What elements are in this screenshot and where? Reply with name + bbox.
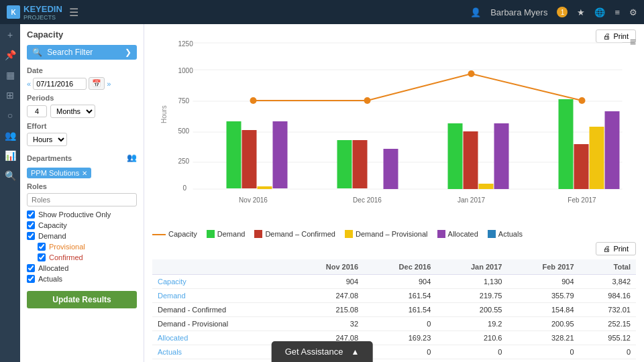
periods-value-input[interactable] xyxy=(27,105,47,117)
circle-icon[interactable]: ○ xyxy=(7,110,13,121)
table-cell-value: 169.23 xyxy=(364,331,436,345)
date-prev-arrow[interactable]: « xyxy=(27,80,31,88)
allocated-checkbox[interactable] xyxy=(27,264,35,272)
filter-icon[interactable]: ⊞ xyxy=(6,90,14,101)
assistance-label: Get Assistance xyxy=(285,347,343,357)
table-header-row: Nov 2016 Dec 2016 Jan 2017 Feb 2017 Tota… xyxy=(152,259,636,275)
svg-text:K: K xyxy=(11,9,16,16)
table-cell-value: 200.95 xyxy=(507,317,579,331)
date-input[interactable] xyxy=(33,78,87,90)
show-productive-checkbox[interactable] xyxy=(27,210,35,219)
star-icon[interactable]: ★ xyxy=(577,7,585,17)
col-header-jan: Jan 2017 xyxy=(436,259,507,275)
svg-rect-24 xyxy=(464,131,478,189)
table-cell-value: 200.55 xyxy=(436,303,507,317)
table-cell-value: 732.01 xyxy=(580,303,636,317)
actuals-checkbox[interactable] xyxy=(27,275,35,283)
globe-icon[interactable]: 🌐 xyxy=(594,7,605,17)
demand-checkbox[interactable] xyxy=(27,232,35,240)
table-cell-label[interactable]: Capacity xyxy=(152,275,290,289)
table-cell-value: 219.75 xyxy=(436,289,507,303)
update-results-button[interactable]: Update Results xyxy=(27,291,137,308)
print-icon-2: 🖨 xyxy=(603,245,610,253)
app-name: KEYEDIN xyxy=(23,4,62,14)
svg-rect-29 xyxy=(590,127,604,189)
svg-rect-17 xyxy=(258,186,272,189)
grid-icon[interactable]: ▦ xyxy=(6,70,15,80)
table-cell-value: 0 xyxy=(364,317,436,331)
table-cell-value: 210.6 xyxy=(436,331,507,345)
legend-demand-provisional-label: Demand – Provisional xyxy=(356,230,428,238)
demand-label: Demand xyxy=(38,232,66,240)
legend-actuals-box xyxy=(488,230,496,238)
table-cell-value: 161.54 xyxy=(364,303,436,317)
capacity-label: Capacity xyxy=(38,221,67,229)
table-cell-value: 904 xyxy=(507,275,579,289)
svg-point-32 xyxy=(364,97,371,104)
chart-legend: Capacity Demand Demand – Confirmed Deman… xyxy=(152,230,636,238)
table-row: Allocated247.08169.23210.6328.21955.12 xyxy=(152,331,636,345)
search-filter[interactable]: 🔍 Search Filter ❯ xyxy=(27,45,137,60)
capacity-checkbox[interactable] xyxy=(27,221,35,229)
effort-row: Hours xyxy=(27,133,137,146)
svg-text:1000: 1000 xyxy=(178,67,194,74)
people-icon[interactable]: 👥 xyxy=(5,130,16,141)
settings-icon[interactable]: ⚙ xyxy=(629,7,637,17)
svg-point-33 xyxy=(468,70,475,77)
table-row: Actuals00000 xyxy=(152,345,636,359)
provisional-row: Provisional xyxy=(27,243,137,251)
col-header-feb: Feb 2017 xyxy=(507,259,579,275)
assistance-bar[interactable]: Get Assistance ▲ xyxy=(272,341,373,362)
list-icon[interactable]: ≡ xyxy=(614,7,620,17)
capacity-row: Capacity xyxy=(27,221,137,229)
table-cell-label[interactable]: Actuals xyxy=(152,345,290,359)
table-cell-value: 1,130 xyxy=(436,275,507,289)
legend-capacity-line xyxy=(152,234,166,235)
add-icon[interactable]: + xyxy=(7,29,13,40)
svg-rect-25 xyxy=(479,184,494,189)
top-nav: K KEYEDIN PROJECTS ☰ 👤 Barbara Myers 1 ★… xyxy=(0,0,644,24)
svg-rect-27 xyxy=(559,99,574,189)
col-header-label xyxy=(152,259,290,275)
add-dept-icon[interactable]: 👥 xyxy=(127,153,137,162)
legend-demand-provisional-box xyxy=(345,230,353,238)
notification-badge[interactable]: 1 xyxy=(557,7,568,17)
search-filter-label: Search Filter xyxy=(47,48,93,57)
chart-icon[interactable]: 📊 xyxy=(5,150,16,161)
legend-capacity-label: Capacity xyxy=(168,230,197,238)
calendar-icon[interactable]: 📅 xyxy=(89,77,105,90)
svg-text:1250: 1250 xyxy=(178,40,194,48)
effort-unit-select[interactable]: Hours xyxy=(27,133,67,146)
provisional-checkbox[interactable] xyxy=(38,243,46,251)
confirmed-checkbox[interactable] xyxy=(38,253,46,261)
table-row: Demand247.08161.54219.75355.79984.16 xyxy=(152,289,636,303)
table-cell-value: 19.2 xyxy=(436,317,507,331)
dept-tag-remove-icon[interactable]: ✕ xyxy=(82,170,87,177)
date-next-arrow[interactable]: » xyxy=(107,80,111,88)
pin-icon[interactable]: 📌 xyxy=(5,50,16,60)
legend-demand-confirmed-label: Demand – Confirmed xyxy=(265,230,335,238)
departments-row: Departments 👥 xyxy=(27,150,137,165)
table-cell-value: 32 xyxy=(290,317,364,331)
table-cell-label[interactable]: Allocated xyxy=(152,331,290,345)
table-row: Capacity9049041,1309043,842 xyxy=(152,275,636,289)
roles-input[interactable] xyxy=(27,193,137,206)
roles-label: Roles xyxy=(27,182,137,190)
svg-text:Jan 2017: Jan 2017 xyxy=(458,196,486,204)
print-button-2[interactable]: 🖨 Print xyxy=(596,242,636,255)
allocated-label: Allocated xyxy=(38,264,68,272)
periods-unit-select[interactable]: Months xyxy=(50,105,95,118)
table-row: Demand - Provisional32019.2200.95252.15 xyxy=(152,317,636,331)
show-productive-row: Show Productive Only xyxy=(27,210,137,219)
legend-demand-label: Demand xyxy=(217,230,246,238)
hamburger-icon[interactable]: ☰ xyxy=(69,6,78,19)
table-cell-label[interactable]: Demand xyxy=(152,289,290,303)
sidebar-title: Capacity xyxy=(27,29,137,40)
chart-menu-icon[interactable]: ≡ xyxy=(630,36,636,48)
table-cell-label: Demand - Provisional xyxy=(152,317,290,331)
col-header-dec: Dec 2016 xyxy=(364,259,436,275)
date-label: Date xyxy=(27,66,137,74)
col-header-nov: Nov 2016 xyxy=(290,259,364,275)
search-icon[interactable]: 🔍 xyxy=(5,170,16,181)
table-cell-value: 904 xyxy=(364,275,436,289)
